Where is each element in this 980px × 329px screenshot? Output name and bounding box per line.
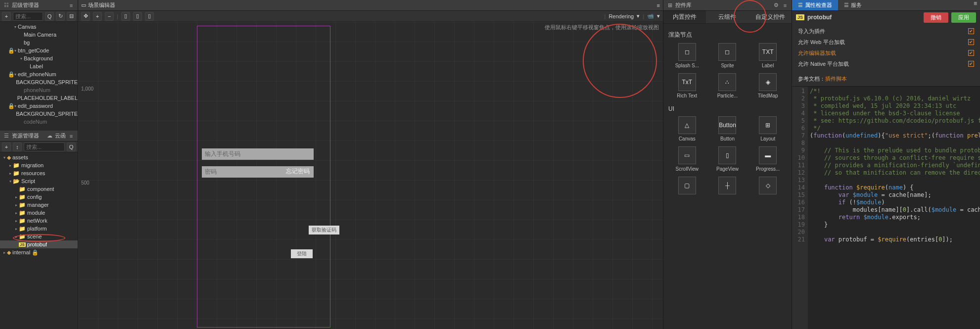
checkbox[interactable]: ✔ <box>968 61 974 67</box>
tab-builtin[interactable]: 内置控件 <box>663 11 706 23</box>
component-item[interactable]: ◻Sprite <box>709 43 747 68</box>
component-item[interactable]: ▭ScrollView <box>668 146 706 172</box>
checkbox[interactable]: ✔ <box>968 50 974 56</box>
component-label: Particle... <box>717 93 738 98</box>
gear-icon[interactable]: ⚙ <box>773 2 780 9</box>
cloud-icon: ☁ <box>46 133 53 140</box>
component-item[interactable]: ButtonButton <box>709 116 747 141</box>
tree-row[interactable]: 📁component <box>0 185 78 193</box>
component-item[interactable]: ⊞Layout <box>749 116 787 141</box>
menu-icon[interactable]: ≡ <box>68 2 75 9</box>
component-icon: ▬ <box>759 146 777 164</box>
scene-panel-header: ▭ 场景编辑器 ≡ <box>78 0 663 11</box>
phone-input-preview: 输入手机号码 <box>202 148 314 160</box>
align-tool-2[interactable]: ▯ <box>133 12 142 21</box>
align-tool-1[interactable]: ▯ <box>121 12 130 21</box>
assets-filter-button[interactable]: Q <box>67 142 76 151</box>
sort-button[interactable]: ↕ <box>13 142 22 151</box>
component-label: PageView <box>716 166 739 172</box>
tree-row[interactable]: ▸📁migration <box>0 161 78 169</box>
scene-canvas[interactable]: 使用鼠标右键平移视窗焦点，使用滚轮缩放视图 1,000 500 输入手机号码 密… <box>78 22 663 329</box>
filter-button[interactable]: Q <box>45 12 54 21</box>
tree-row[interactable]: ▸📁config <box>0 193 78 201</box>
checkbox[interactable]: ✔ <box>968 39 974 45</box>
apply-button[interactable]: 应用 <box>951 12 976 23</box>
tree-row[interactable]: ▾Background <box>0 54 78 62</box>
tree-row[interactable]: ▾◆assets <box>0 153 78 161</box>
menu-icon[interactable]: ≡ <box>971 0 980 10</box>
component-label: Label <box>762 63 774 68</box>
forget-password-link-preview: 忘记密码 <box>286 167 310 176</box>
scene-toolbar: ✥ + − | ▯ ▯ ▯ | Rendering ▾ | 📹 ▾ <box>78 11 663 22</box>
tree-row[interactable]: ▸📁platform <box>0 225 78 233</box>
add-node-button[interactable]: + <box>2 12 11 21</box>
component-item[interactable]: ▯PageView <box>709 146 747 172</box>
undo-button[interactable]: 撤销 <box>924 12 948 23</box>
component-item[interactable]: TxTRich Text <box>668 73 706 98</box>
tree-row[interactable]: BACKGROUND_SPRITE <box>0 110 78 118</box>
component-item[interactable]: ◻Splash S... <box>668 43 706 68</box>
tab-cloud[interactable]: 云组件 <box>706 11 748 23</box>
tree-row[interactable]: 🔒▾edit_phoneNum <box>0 70 78 78</box>
menu-icon[interactable]: ≡ <box>657 2 660 8</box>
component-label: Layout <box>760 136 775 141</box>
chevron-down-icon: ▾ <box>657 13 660 19</box>
component-item[interactable]: TXTLabel <box>749 43 787 68</box>
component-item[interactable]: ◇ <box>749 177 787 196</box>
component-icon: △ <box>678 116 696 134</box>
zoom-out-tool[interactable]: − <box>105 12 114 21</box>
component-icon: ◈ <box>759 73 777 91</box>
code-viewer[interactable]: /*! * protobuf.js v6.10.0 (c) 2016, dani… <box>808 87 980 329</box>
tree-row[interactable]: PLACEHOLDER_LABEL <box>0 94 78 102</box>
tree-row[interactable]: BACKGROUND_SPRITE <box>0 78 78 86</box>
chevron-down-icon: ▾ <box>637 13 640 19</box>
tree-row[interactable]: codeNum <box>0 118 78 126</box>
component-item[interactable]: ▢ <box>668 177 706 196</box>
assets-tree[interactable]: ▾◆assets▸📁migration▸📁resources▾📂Script📁c… <box>0 152 78 329</box>
tree-row[interactable]: bg <box>0 39 78 47</box>
tree-row[interactable]: 🔒▾edit_password <box>0 102 78 110</box>
menu-icon[interactable]: ≡ <box>782 2 789 9</box>
hierarchy-search-input[interactable] <box>13 12 43 21</box>
tree-row[interactable]: JSprotobuf <box>0 240 78 248</box>
hierarchy-tree[interactable]: ▾CanvasMain Camerabg🔒▾btn_getCode▾Backgr… <box>0 22 78 131</box>
tab-properties[interactable]: ☰属性检查器 <box>792 0 838 10</box>
tree-row[interactable]: Label <box>0 62 78 70</box>
component-item[interactable]: ◈TiledMap <box>749 73 787 98</box>
component-item[interactable]: ┼ <box>709 177 747 196</box>
tree-row[interactable]: ▸📁manager <box>0 201 78 209</box>
tree-row[interactable]: ▸📁netWork <box>0 217 78 225</box>
tree-row[interactable]: ▸📁scene <box>0 233 78 240</box>
components-tabs: 内置控件 云组件 自定义控件 <box>663 11 792 24</box>
hierarchy-panel-header: ☷ 层级管理器 ≡ <box>0 0 78 11</box>
tab-custom[interactable]: 自定义控件 <box>749 11 792 23</box>
tree-row[interactable]: ▸◆internal 🔒 <box>0 248 78 256</box>
tab-services[interactable]: ☰服务 <box>838 0 868 10</box>
tree-row[interactable]: ▾Canvas <box>0 23 78 31</box>
move-tool[interactable]: ✥ <box>81 12 90 21</box>
rendering-dropdown[interactable]: Rendering <box>608 13 634 19</box>
component-item[interactable]: △Canvas <box>668 116 706 141</box>
menu-icon[interactable]: ≡ <box>68 133 75 140</box>
checkbox[interactable]: ✔ <box>968 28 974 34</box>
align-tool-3[interactable]: ▯ <box>145 12 154 21</box>
component-item[interactable]: ▬Progress... <box>749 146 787 172</box>
add-asset-button[interactable]: + <box>2 142 11 151</box>
component-icon: Button <box>718 116 736 134</box>
tree-row[interactable]: phoneNum <box>0 86 78 94</box>
tree-row[interactable]: 🔒▾btn_getCode <box>0 47 78 54</box>
collapse-button[interactable]: ⊟ <box>67 12 76 21</box>
component-item[interactable]: ∴Particle... <box>709 73 747 98</box>
refresh-button[interactable]: ↻ <box>56 12 65 21</box>
tree-row[interactable]: ▸📁module <box>0 209 78 217</box>
component-label: Progress... <box>756 166 780 172</box>
assets-search-input[interactable] <box>24 142 65 151</box>
zoom-in-tool[interactable]: + <box>93 12 102 21</box>
inspector-option-row: 允许 Native 平台加载✔ <box>798 58 974 69</box>
camera-icon[interactable]: 📹 <box>647 13 654 19</box>
components-panel-header: ⊞ 控件库 ⚙ ≡ <box>663 0 792 11</box>
tree-row[interactable]: ▸📁resources <box>0 169 78 177</box>
tree-row[interactable]: Main Camera <box>0 31 78 39</box>
tree-row[interactable]: ▾📂Script <box>0 177 78 185</box>
plugin-script-docs-link[interactable]: 插件脚本 <box>825 75 847 83</box>
